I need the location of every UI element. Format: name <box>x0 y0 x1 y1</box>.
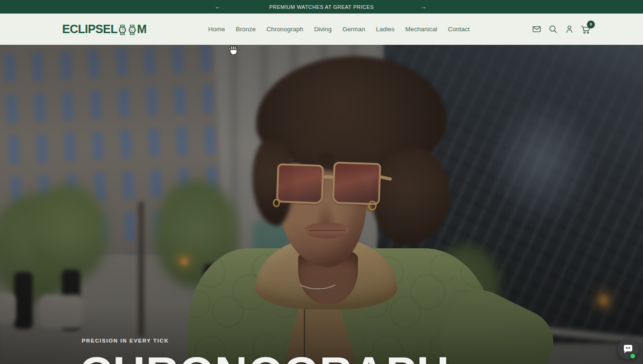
hero-section: PRECISION IN EVERY TICK CHRONOGRAPH <box>0 45 643 364</box>
announcement-next-arrow-icon[interactable]: → <box>416 0 430 14</box>
newsletter-icon[interactable] <box>531 24 542 35</box>
header-icons: 0 <box>531 24 591 35</box>
account-icon[interactable] <box>564 24 574 35</box>
hero-title: CHRONOGRAPH <box>79 350 450 364</box>
brand-logo[interactable]: ECLIPSEL M <box>62 22 147 36</box>
announcement-bar: ← PREMIUM WATCHES AT GREAT PRICES → <box>0 0 643 14</box>
cart-icon[interactable]: 0 <box>580 24 591 35</box>
site-header: ECLIPSEL M Home Bronze Chronograph Divin… <box>0 14 643 45</box>
hero-copy: PRECISION IN EVERY TICK CHRONOGRAPH <box>82 338 450 364</box>
main-navigation: Home Bronze Chronograph Diving German La… <box>147 26 531 33</box>
watch-o-icon <box>118 25 127 35</box>
cart-count-badge: 0 <box>587 21 595 28</box>
nav-item-ladies[interactable]: Ladies <box>376 26 394 33</box>
nav-item-contact[interactable]: Contact <box>448 26 470 33</box>
nav-item-german[interactable]: German <box>343 26 365 33</box>
watch-o-icon <box>128 25 136 35</box>
brand-logo-text-prefix: ECLIPSEL <box>62 22 117 36</box>
nav-item-chronograph[interactable]: Chronograph <box>266 26 303 33</box>
nav-item-mechanical[interactable]: Mechanical <box>405 26 437 33</box>
nav-item-bronze[interactable]: Bronze <box>236 26 256 33</box>
announcement-prev-arrow-icon[interactable]: ← <box>211 0 225 14</box>
nav-item-home[interactable]: Home <box>208 26 225 33</box>
search-icon[interactable] <box>548 24 558 35</box>
hero-dark-overlay <box>0 45 643 364</box>
storefront-page: ← PREMIUM WATCHES AT GREAT PRICES → ECLI… <box>0 0 643 364</box>
nav-item-diving[interactable]: Diving <box>314 26 332 33</box>
chat-online-status-dot <box>629 353 636 359</box>
announcement-text: PREMIUM WATCHES AT GREAT PRICES <box>269 4 374 10</box>
hero-kicker: PRECISION IN EVERY TICK <box>82 338 450 343</box>
brand-logo-text-suffix: M <box>137 22 146 36</box>
